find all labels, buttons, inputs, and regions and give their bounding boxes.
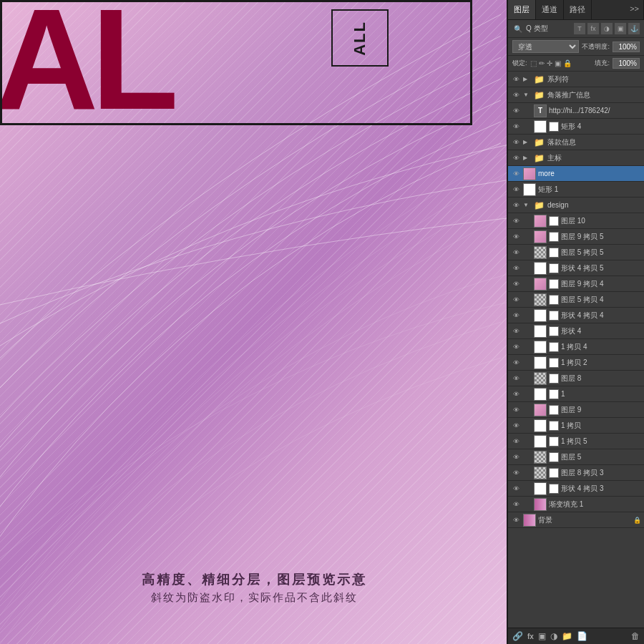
layer-visibility-icon[interactable]: 👁 [511,484,521,494]
layer-item[interactable]: 👁图层 9 拷贝 4 [508,276,644,292]
layer-item[interactable]: 👁图层 5 [508,449,644,465]
layer-item[interactable]: 👁more [508,166,644,182]
link-layers-icon[interactable]: 🔗 [512,631,523,641]
layer-item[interactable]: 👁1 拷贝 2 [508,355,644,371]
layer-visibility-icon[interactable]: 👁 [511,263,521,273]
opacity-label: 不透明度: [582,42,610,52]
layer-thumbnail [534,467,547,479]
lock-position-icon[interactable]: ✛ [547,59,552,67]
layer-visibility-icon[interactable]: 👁 [511,374,521,384]
layer-visibility-icon[interactable]: 👁 [511,248,521,258]
layer-visibility-icon[interactable]: 👁 [511,169,521,179]
layer-item[interactable]: 👁1 拷贝 [508,418,644,434]
folder-expand-icon[interactable]: ▶ [523,155,530,161]
layer-item[interactable]: 👁1 [508,386,644,402]
layer-visibility-icon[interactable]: 👁 [511,311,521,321]
layer-visibility-icon[interactable]: 👁 [511,90,521,100]
layer-mask-thumbnail [549,468,559,478]
layer-visibility-icon[interactable]: 👁 [511,468,521,478]
layer-item[interactable]: 👁▼📁角落推广信息 [508,87,644,103]
layer-name: 角落推广信息 [547,90,641,100]
layer-thumbnail [534,482,547,495]
layer-name: 主标 [547,153,641,163]
folder-expand-icon[interactable]: ▶ [523,139,530,145]
layer-item[interactable]: 👁形状 4 拷贝 3 [508,481,644,497]
layer-thumbnail [534,230,547,243]
layer-visibility-icon[interactable]: 👁 [511,185,521,195]
delete-layer-icon[interactable]: 🗑 [631,631,640,641]
layer-visibility-icon[interactable]: 👁 [511,421,521,431]
layer-item[interactable]: 👁形状 4 [508,323,644,339]
layer-item[interactable]: 👁背景🔒 [508,512,644,528]
fill-value[interactable]: 100% [613,58,640,69]
lock-transparent-icon[interactable]: ⬚ [530,59,537,67]
layer-visibility-icon[interactable]: 👁 [511,74,521,84]
kind-filter-adj[interactable]: ◑ [601,23,613,34]
layer-item[interactable]: 👁图层 10 [508,213,644,229]
layer-item[interactable]: 👁渐变填充 1 [508,497,644,512]
kind-filter-fx[interactable]: fx [587,23,599,34]
new-group-icon[interactable]: 📁 [562,631,572,641]
layer-visibility-icon[interactable]: 👁 [511,200,521,210]
layer-thumbnail [534,293,547,306]
folder-expand-icon[interactable]: ▼ [523,92,530,98]
layer-visibility-icon[interactable]: 👁 [511,452,521,462]
layer-item[interactable]: 👁▶📁系列符 [508,72,644,87]
lock-all-icon[interactable]: 🔒 [563,59,572,67]
lock-artboard-icon[interactable]: ▣ [555,59,561,67]
layer-item[interactable]: 👁图层 5 拷贝 4 [508,292,644,308]
layer-visibility-icon[interactable]: 👁 [511,389,521,399]
lock-icons-group: ⬚ ✏ ✛ ▣ 🔒 [530,59,572,67]
opacity-value[interactable]: 100% [613,42,640,52]
layer-visibility-icon[interactable]: 👁 [511,137,521,147]
layer-visibility-icon[interactable]: 👁 [511,279,521,289]
layer-visibility-icon[interactable]: 👁 [511,153,521,163]
kind-filter-pin[interactable]: ⚓ [628,23,640,34]
blend-mode-select[interactable]: 穿透 [512,40,579,53]
layer-item[interactable]: 👁▼📁design [508,197,644,213]
layer-item[interactable]: 👁图层 9 [508,402,644,418]
layer-visibility-icon[interactable]: 👁 [511,436,521,447]
add-mask-icon[interactable]: ▣ [538,631,546,641]
layer-item[interactable]: 👁图层 5 拷贝 5 [508,245,644,260]
layer-visibility-icon[interactable]: 👁 [511,232,521,242]
layer-mask-thumbnail [549,326,559,336]
layer-item[interactable]: 👁▶📁落款信息 [508,135,644,150]
layer-visibility-icon[interactable]: 👁 [511,122,521,132]
panel-more-button[interactable]: >> [625,0,644,19]
tab-layers[interactable]: 图层 [508,0,536,19]
layer-item[interactable]: 👁Thttp://hi.../1786242/ [508,103,644,119]
new-layer-icon[interactable]: 📄 [577,631,587,641]
layer-item[interactable]: 👁矩形 4 [508,119,644,135]
layer-item[interactable]: 👁▶📁主标 [508,150,644,166]
search-icon: 🔍 [512,23,524,34]
layer-visibility-icon[interactable]: 👁 [511,515,521,525]
layer-mask-thumbnail [549,248,559,258]
layer-item[interactable]: 👁形状 4 拷贝 5 [508,260,644,276]
lock-pixels-icon[interactable]: ✏ [539,59,545,67]
layer-visibility-icon[interactable]: 👁 [511,106,521,116]
layer-visibility-icon[interactable]: 👁 [511,295,521,305]
layer-visibility-icon[interactable]: 👁 [511,499,521,509]
tab-channels[interactable]: 通道 [536,0,564,19]
fx-icon[interactable]: fx [527,633,534,640]
layer-visibility-icon[interactable]: 👁 [511,358,521,368]
layer-visibility-icon[interactable]: 👁 [511,216,521,226]
adjustment-icon[interactable]: ◑ [550,631,557,641]
layer-item[interactable]: 👁图层 8 拷贝 3 [508,465,644,481]
layer-thumbnail [534,120,547,133]
kind-filter-t[interactable]: T [574,23,585,34]
layer-visibility-icon[interactable]: 👁 [511,326,521,336]
layer-visibility-icon[interactable]: 👁 [511,342,521,352]
folder-expand-icon[interactable]: ▶ [523,76,530,82]
kind-filter-smart[interactable]: ▣ [615,23,626,34]
tab-paths[interactable]: 路径 [564,0,592,19]
folder-expand-icon[interactable]: ▼ [523,202,530,208]
layer-item[interactable]: 👁矩形 1 [508,182,644,197]
layer-item[interactable]: 👁形状 4 拷贝 4 [508,308,644,323]
layer-item[interactable]: 👁1 拷贝 4 [508,339,644,355]
layer-visibility-icon[interactable]: 👁 [511,405,521,415]
layer-item[interactable]: 👁图层 8 [508,371,644,386]
layer-item[interactable]: 👁图层 9 拷贝 5 [508,229,644,245]
layer-item[interactable]: 👁1 拷贝 5 [508,434,644,449]
